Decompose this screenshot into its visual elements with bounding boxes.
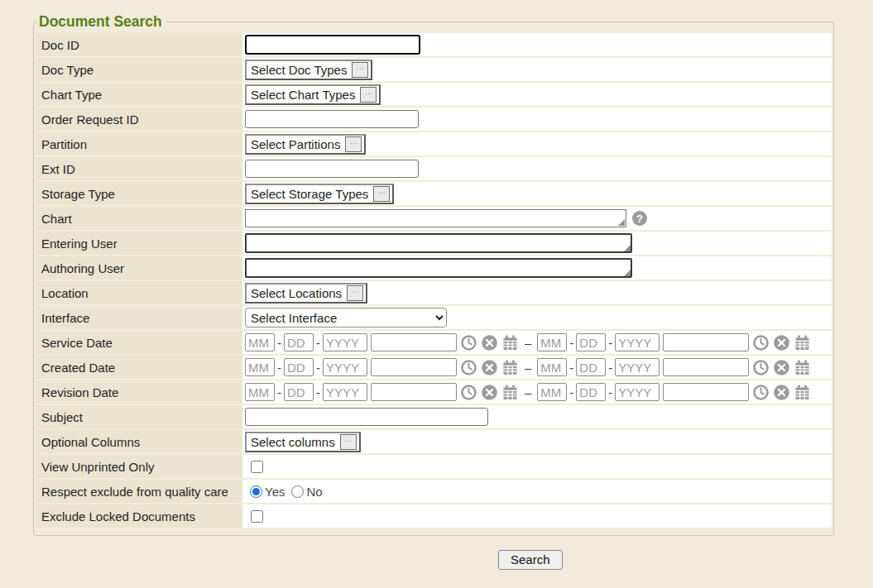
created-date-start-time-input[interactable] [371, 358, 457, 376]
field-label-cell: View Unprinted Only [36, 455, 242, 478]
optional-columns-picker[interactable]: Select columns... [245, 432, 361, 452]
help-icon[interactable]: ? [632, 211, 647, 226]
clear-icon[interactable] [481, 359, 498, 376]
service-date-start-day-input[interactable] [284, 333, 314, 351]
respect-exclude-from-quality-care-radio-no[interactable] [291, 485, 304, 498]
service-date-start-month-input[interactable] [245, 333, 275, 351]
location-browse-button[interactable]: ... [347, 285, 363, 301]
date-field-separator: - [316, 336, 320, 350]
exclude-locked-documents-checkbox[interactable] [251, 510, 263, 523]
revision-date-start-month-input[interactable] [245, 383, 275, 401]
entering-user-textarea-wrap [245, 233, 632, 253]
order-request-id-input[interactable] [245, 110, 419, 128]
revision-date-start-year-input[interactable] [323, 383, 367, 401]
revision-date-start-day-input[interactable] [284, 383, 314, 401]
field-control-cell [242, 256, 832, 280]
calendar-icon[interactable] [794, 334, 811, 351]
interface-select[interactable]: Select Interface [245, 308, 447, 327]
field-label: Created Date [41, 361, 115, 375]
field-label: Service Date [41, 336, 113, 350]
calendar-icon[interactable] [794, 384, 811, 401]
partition-picker-label: Select Partitions [251, 137, 340, 151]
field-control-cell [242, 33, 832, 56]
form-row-revision-date: Revision Date--–-- [36, 380, 832, 404]
created-date-start-day-input[interactable] [284, 358, 314, 376]
clear-icon[interactable] [481, 384, 498, 401]
clear-icon[interactable] [773, 359, 790, 376]
partition-picker[interactable]: Select Partitions... [245, 134, 366, 155]
view-unprinted-only-checkbox[interactable] [251, 461, 263, 473]
respect-exclude-from-quality-care-option-yes[interactable]: Yes [250, 485, 285, 499]
calendar-icon[interactable] [501, 334, 519, 351]
field-label-cell: Interface [36, 306, 242, 329]
respect-exclude-from-quality-care-option-no[interactable]: No [291, 485, 322, 499]
clock-icon[interactable] [460, 359, 477, 376]
service-date-start-year-input[interactable] [323, 333, 367, 351]
field-control-cell: Select columns... [242, 430, 832, 453]
location-picker[interactable]: Select Locations... [245, 283, 367, 304]
search-button[interactable]: Search [498, 550, 563, 570]
date-field-separator: - [316, 361, 320, 375]
clock-icon[interactable] [752, 359, 770, 376]
field-label: Chart Type [41, 88, 102, 102]
storage-type-picker[interactable]: Select Storage Types... [245, 184, 394, 204]
storage-type-browse-button[interactable]: ... [373, 186, 390, 202]
date-range-separator: – [525, 336, 531, 350]
field-control-cell: Select Locations... [242, 281, 832, 304]
field-control-cell: --–-- [242, 380, 832, 404]
chart-textarea[interactable] [245, 209, 626, 227]
field-label-cell: Service Date [36, 331, 242, 354]
calendar-icon[interactable] [794, 359, 811, 376]
revision-date-end-year-input[interactable] [615, 383, 660, 401]
service-date-end-month-input[interactable] [537, 333, 567, 351]
created-date-end-time-input[interactable] [663, 358, 749, 376]
created-date-end-day-input[interactable] [576, 358, 606, 376]
authoring-user-textarea-wrap [245, 258, 632, 278]
respect-exclude-from-quality-care-radio-yes[interactable] [250, 485, 262, 498]
ext-id-input[interactable] [245, 160, 419, 178]
created-date-end-year-input[interactable] [615, 358, 660, 376]
respect-exclude-from-quality-care-radio-group: YesNo [250, 485, 323, 499]
field-control-cell [242, 405, 832, 428]
clock-icon[interactable] [752, 334, 770, 351]
subject-input[interactable] [245, 408, 488, 426]
service-date-end-time-input[interactable] [663, 333, 749, 351]
service-date-end-year-input[interactable] [615, 333, 660, 351]
chart-type-browse-button[interactable]: ... [360, 87, 377, 103]
service-date-end-day-input[interactable] [576, 333, 606, 351]
field-label-cell: Location [36, 281, 242, 304]
calendar-icon[interactable] [501, 384, 519, 401]
clear-icon[interactable] [481, 334, 498, 351]
form-row-chart-type: Chart TypeSelect Chart Types... [36, 83, 832, 106]
radio-option-label: Yes [265, 485, 285, 499]
clear-icon[interactable] [773, 334, 790, 351]
field-label: Authoring User [41, 261, 124, 275]
form-row-optional-columns: Optional ColumnsSelect columns... [36, 430, 832, 453]
authoring-user-textarea[interactable] [245, 258, 632, 278]
created-date-start-month-input[interactable] [245, 358, 275, 376]
created-date-end-month-input[interactable] [537, 358, 567, 376]
date-range-separator: – [525, 361, 531, 375]
revision-date-end-month-input[interactable] [537, 383, 567, 401]
partition-browse-button[interactable]: ... [345, 136, 362, 152]
revision-date-start-time-input[interactable] [371, 383, 457, 401]
date-field-separator: - [316, 385, 320, 399]
field-label: Subject [41, 410, 83, 424]
doc-type-picker[interactable]: Select Doc Types... [245, 60, 372, 80]
entering-user-textarea[interactable] [245, 233, 632, 253]
optional-columns-browse-button[interactable]: ... [340, 434, 357, 450]
doc-id-input[interactable] [245, 35, 420, 55]
chart-type-picker[interactable]: Select Chart Types... [245, 84, 381, 105]
clock-icon[interactable] [752, 384, 770, 401]
calendar-icon[interactable] [501, 359, 519, 376]
clock-icon[interactable] [460, 384, 477, 401]
clock-icon[interactable] [460, 334, 477, 351]
revision-date-end-day-input[interactable] [576, 383, 606, 401]
form-row-authoring-user: Authoring User [36, 256, 832, 280]
revision-date-end-time-input[interactable] [663, 383, 749, 401]
service-date-start-time-input[interactable] [371, 333, 457, 351]
created-date-start-year-input[interactable] [323, 358, 367, 376]
field-label: Exclude Locked Documents [41, 509, 195, 523]
doc-type-browse-button[interactable]: ... [352, 62, 368, 78]
clear-icon[interactable] [773, 384, 790, 401]
